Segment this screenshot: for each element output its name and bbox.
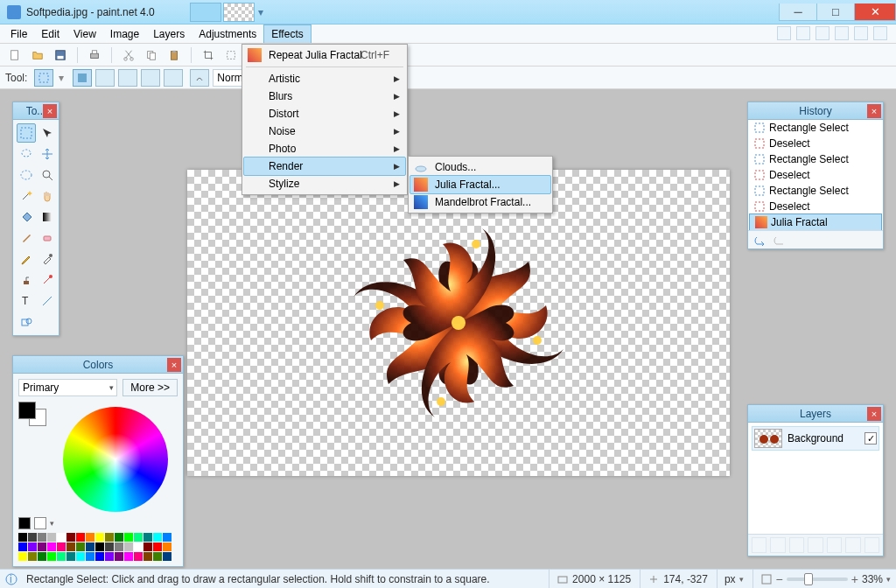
menu-edit[interactable]: Edit [34, 24, 66, 43]
settings-icon[interactable] [854, 26, 868, 40]
palette-swatch[interactable] [76, 533, 85, 542]
tools-panel-title[interactable]: To... × [13, 102, 59, 120]
palette-swatch[interactable] [47, 552, 56, 561]
menu-image[interactable]: Image [103, 24, 146, 43]
history-item[interactable]: Rectangle Select [748, 183, 883, 199]
palette-swatch[interactable] [66, 552, 75, 561]
menu-view[interactable]: View [66, 24, 103, 43]
close-icon[interactable]: × [43, 104, 57, 118]
colors-panel-title[interactable]: Colors × [13, 356, 183, 374]
palette-swatch[interactable] [124, 533, 133, 542]
line-tool[interactable] [38, 291, 57, 311]
palette-swatch[interactable] [76, 542, 85, 551]
palette-swatch[interactable] [134, 533, 143, 542]
color-slot-dropdown[interactable]: Primary [18, 379, 117, 396]
lasso-select-tool[interactable] [17, 144, 36, 164]
history-item[interactable]: Rectangle Select [748, 120, 883, 136]
palette-swatch[interactable] [18, 533, 27, 542]
menu-layers[interactable]: Layers [146, 24, 192, 43]
selection-intersect-mode[interactable] [141, 69, 160, 87]
paintbrush-tool[interactable] [17, 228, 36, 248]
layer-properties-button[interactable] [864, 537, 879, 553]
layers-toggle-icon[interactable] [816, 26, 830, 40]
palette-swatch[interactable] [18, 552, 27, 561]
palette-swatch[interactable] [144, 533, 152, 542]
delete-layer-button[interactable] [770, 537, 785, 553]
image-tab[interactable] [223, 3, 255, 22]
zoom-tool[interactable] [38, 165, 57, 185]
menu-adjustments[interactable]: Adjustments [192, 24, 263, 43]
palette-swatch[interactable] [163, 542, 172, 551]
palette-swatch[interactable] [115, 533, 123, 542]
menu-repeat-effect[interactable]: Repeat Julia Fractal Ctrl+F [244, 46, 405, 64]
history-item[interactable]: Deselect [748, 199, 883, 214]
palette-swatch-white[interactable] [34, 517, 46, 529]
zoom-in-icon[interactable]: + [851, 572, 858, 586]
print-button[interactable] [85, 46, 104, 65]
chevron-down-icon[interactable]: ▾ [59, 72, 64, 84]
minimize-button[interactable]: ─ [779, 4, 817, 21]
primary-secondary-swatch[interactable] [18, 402, 46, 426]
help-icon[interactable] [873, 26, 887, 40]
more-colors-button[interactable]: More >> [122, 379, 178, 396]
paste-button[interactable] [164, 46, 184, 65]
pan-tool[interactable] [38, 186, 57, 206]
redo-icon[interactable] [773, 234, 787, 246]
selection-subtract-mode[interactable] [118, 69, 137, 87]
selection-add-mode[interactable] [95, 69, 115, 87]
move-layer-up-button[interactable] [827, 537, 842, 553]
close-icon[interactable]: × [167, 358, 181, 372]
text-tool[interactable]: T [17, 291, 36, 311]
palette-swatch[interactable] [38, 552, 46, 561]
menu-stylize[interactable]: Stylize▶ [244, 175, 405, 192]
menu-mandelbrot-fractal[interactable]: Mandelbrot Fractal... [410, 193, 550, 211]
magic-wand-tool[interactable] [17, 186, 36, 206]
color-picker-tool[interactable] [38, 249, 57, 269]
palette-swatch[interactable] [28, 533, 37, 542]
menu-render[interactable]: Render▶ [243, 157, 406, 176]
selection-invert-mode[interactable] [164, 69, 183, 87]
palette-swatch[interactable] [28, 552, 37, 561]
duplicate-layer-button[interactable] [789, 537, 804, 553]
palette-swatch[interactable] [18, 542, 27, 551]
palette-swatch[interactable] [28, 542, 37, 551]
palette-swatch[interactable] [47, 533, 56, 542]
rectangle-select-tool[interactable] [17, 123, 36, 143]
close-icon[interactable]: × [867, 407, 881, 421]
palette-swatch[interactable] [153, 552, 162, 561]
palette-swatch[interactable] [163, 533, 172, 542]
color-wheel[interactable] [63, 407, 168, 512]
palette-swatch[interactable] [115, 542, 123, 551]
crop-button[interactable] [199, 46, 218, 65]
palette-swatch[interactable] [115, 552, 123, 561]
ellipse-select-tool[interactable] [17, 165, 36, 185]
palette-swatch[interactable] [86, 552, 94, 561]
layer-visible-checkbox[interactable]: ✓ [864, 432, 877, 444]
history-item[interactable]: Julia Fractal [749, 214, 882, 230]
recolor-tool[interactable] [38, 270, 57, 290]
clone-stamp-tool[interactable] [17, 270, 36, 290]
palette-swatch[interactable] [153, 533, 162, 542]
menu-noise[interactable]: Noise▶ [244, 122, 405, 140]
palette-swatch[interactable] [76, 552, 85, 561]
copy-button[interactable] [142, 46, 161, 65]
flood-mode[interactable] [190, 69, 209, 87]
unit-section[interactable]: px ▾ [717, 570, 744, 588]
palette-swatch[interactable] [66, 542, 75, 551]
maximize-button[interactable]: □ [816, 4, 855, 21]
history-item[interactable]: Rectangle Select [748, 151, 883, 167]
palette-swatch[interactable] [124, 542, 133, 551]
palette-swatch[interactable] [47, 542, 56, 551]
palette-swatch-black[interactable] [18, 517, 31, 529]
zoom-slider[interactable] [787, 578, 848, 581]
save-button[interactable] [51, 46, 70, 65]
history-toggle-icon[interactable] [796, 26, 810, 40]
palette-swatch[interactable] [95, 542, 104, 551]
move-pixels-tool[interactable] [38, 144, 57, 164]
palette-swatch[interactable] [95, 552, 104, 561]
menu-file[interactable]: File [4, 24, 34, 43]
selection-replace-mode[interactable] [73, 69, 92, 87]
palette-swatch[interactable] [134, 552, 143, 561]
canvas[interactable] [187, 170, 730, 476]
palette-swatch[interactable] [86, 533, 94, 542]
